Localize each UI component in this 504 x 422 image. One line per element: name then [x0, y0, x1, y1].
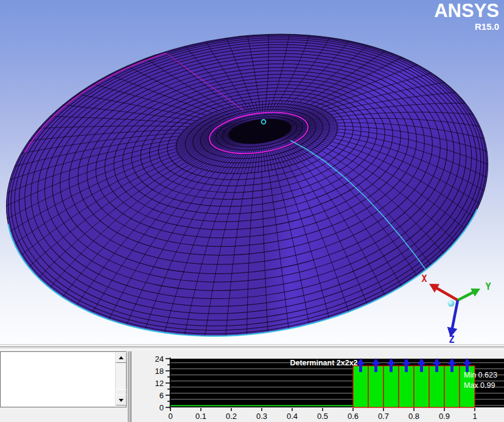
ansys-logo-title: ANSYS	[434, 1, 499, 20]
axis-label-y: Y	[485, 281, 491, 292]
scrollbar-up-button[interactable]	[116, 352, 127, 363]
ansys-logo-version: R15.0	[434, 22, 499, 31]
y-tick-label: 18	[155, 367, 164, 376]
x-axis-arrow	[429, 284, 458, 300]
splitter-groove	[0, 346, 504, 350]
x-tick-label: 0	[168, 412, 172, 421]
x-tick-label: 0.5	[317, 412, 328, 421]
x-tick-label: 0.4	[287, 412, 298, 421]
min-annotation: Min 0.623	[464, 371, 497, 379]
triad: XYZ	[421, 273, 491, 344]
y-axis-arrow	[458, 289, 480, 300]
x-tick-label: 0.3	[256, 412, 267, 421]
y-tick-label: 6	[159, 391, 164, 400]
message-listbox[interactable]	[0, 351, 127, 407]
x-axis-ticks	[170, 408, 475, 411]
triad-origin-sphere	[448, 300, 455, 307]
y-axis-labels: 06121824	[155, 354, 164, 412]
scrollbar[interactable]	[115, 352, 126, 406]
x-tick-label: 0.8	[408, 412, 419, 421]
ansys-logo: ANSYS R15.0	[434, 1, 499, 31]
scrollbar-down-button[interactable]	[116, 395, 127, 406]
scroll-down-icon	[119, 399, 124, 402]
axis-label-z: Z	[449, 334, 454, 344]
x-tick-label: 0.1	[195, 412, 206, 421]
histogram-bars	[353, 366, 475, 407]
mesh-scene[interactable]: XYZ	[0, 0, 504, 344]
axis-label-x: X	[421, 273, 427, 284]
x-tick-label: 1	[472, 412, 477, 421]
y-tick-label: 24	[155, 354, 164, 364]
y-tick-label: 12	[155, 379, 164, 388]
y-tick-label: 0	[159, 403, 164, 412]
x-tick-label: 0.9	[439, 412, 450, 421]
x-tick-label: 0.7	[378, 412, 389, 421]
ansys-window: XYZ ANSYS R15.0 0612182400.10.20.30.40.5…	[0, 0, 504, 422]
bottom-panel: 0612182400.10.20.30.40.50.60.70.80.91Det…	[0, 351, 504, 422]
x-axis-labels: 00.10.20.30.40.50.60.70.80.91	[168, 412, 477, 421]
x-tick-label: 0.2	[226, 412, 237, 421]
chart-title: Determinant 2x2x2	[290, 359, 357, 367]
viewport-3d[interactable]: XYZ ANSYS R15.0	[0, 0, 504, 344]
quality-histogram: 0612182400.10.20.30.40.50.60.70.80.91Det…	[131, 351, 504, 422]
max-annotation: Max 0.99	[464, 381, 495, 390]
vertical-splitter[interactable]	[128, 351, 131, 422]
scroll-up-icon	[119, 356, 124, 359]
x-tick-label: 0.6	[348, 412, 359, 421]
